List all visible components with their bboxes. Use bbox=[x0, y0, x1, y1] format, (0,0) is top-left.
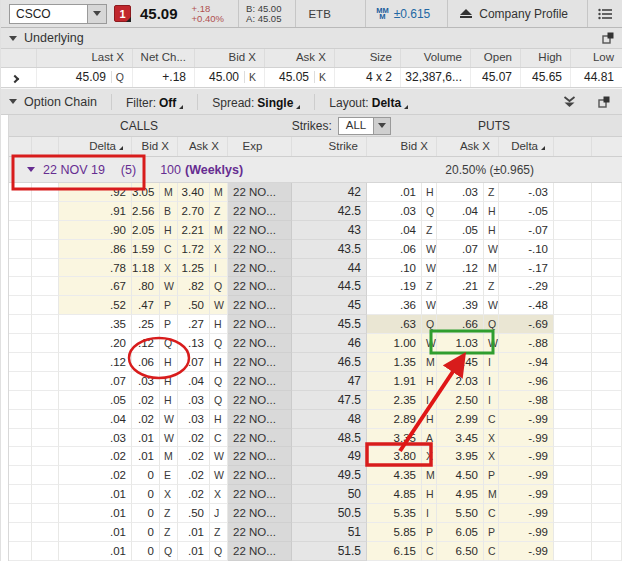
col-header-size[interactable]: Size bbox=[335, 49, 401, 67]
call-bid-cell[interactable]: .02 bbox=[132, 410, 160, 429]
put-ask-cell[interactable]: 6.05 bbox=[437, 523, 484, 542]
put-bid-cell[interactable]: 5.35 bbox=[367, 504, 422, 523]
call-bid-cell[interactable]: 1.59 bbox=[132, 240, 160, 259]
put-bid-cell[interactable]: 2.35 bbox=[367, 391, 422, 410]
put-bid-cell[interactable]: .03 bbox=[367, 202, 422, 221]
put-ask-cell[interactable]: .66 bbox=[437, 315, 484, 334]
call-ask-cell[interactable]: .04 bbox=[178, 372, 210, 391]
put-bid-cell[interactable]: .36 bbox=[367, 296, 422, 315]
put-ask-cell[interactable]: 2.50 bbox=[437, 391, 484, 410]
put-bid-cell[interactable]: 1.00 bbox=[367, 334, 422, 353]
put-delta-header[interactable]: Delta bbox=[499, 137, 554, 156]
put-bid-cell[interactable]: 6.15 bbox=[367, 542, 422, 561]
exp-header[interactable]: Exp bbox=[228, 137, 292, 156]
call-ask-cell[interactable]: .50 bbox=[178, 296, 210, 315]
link-badge[interactable]: 1 bbox=[114, 5, 131, 22]
col-header-high[interactable]: High bbox=[521, 49, 571, 67]
spread-menu[interactable]: Spread: Single bbox=[197, 94, 314, 110]
call-bid-cell[interactable]: .25 bbox=[132, 315, 160, 334]
filter-menu[interactable]: Filter: Off bbox=[111, 94, 197, 110]
popout-icon[interactable] bbox=[598, 96, 610, 108]
call-bid-cell[interactable]: .80 bbox=[132, 277, 160, 296]
col-header-netchg[interactable]: Net Ch... bbox=[133, 49, 195, 67]
call-bid-cell[interactable]: 1.18 bbox=[132, 259, 160, 278]
col-header-lastx[interactable]: Last X bbox=[37, 49, 133, 67]
call-bid-cell[interactable]: 0 bbox=[132, 485, 160, 504]
put-bid-cell[interactable]: 1.91 bbox=[367, 372, 422, 391]
call-ask-cell[interactable]: .01 bbox=[178, 542, 210, 561]
call-bid-cell[interactable]: 3.05 bbox=[132, 183, 160, 202]
call-ask-cell[interactable]: 2.21 bbox=[178, 221, 210, 240]
put-ask-cell[interactable]: .04 bbox=[437, 202, 484, 221]
expand-all-icon[interactable] bbox=[563, 96, 576, 108]
put-ask-cell[interactable]: 2.99 bbox=[437, 410, 484, 429]
call-ask-cell[interactable]: 2.70 bbox=[178, 202, 210, 221]
underlying-section-header[interactable]: Underlying bbox=[1, 28, 622, 49]
call-bid-cell[interactable]: 2.56 bbox=[132, 202, 160, 221]
col-header-low[interactable]: Low bbox=[571, 49, 622, 67]
put-ask-cell[interactable]: .07 bbox=[437, 240, 484, 259]
put-bid-cell[interactable]: 1.35 bbox=[367, 353, 422, 372]
put-bid-cell[interactable]: .04 bbox=[367, 221, 422, 240]
put-ask-cell[interactable]: 1.45 bbox=[437, 353, 484, 372]
menu-icon[interactable] bbox=[587, 0, 616, 27]
put-bid-cell[interactable]: 3.35 bbox=[367, 429, 422, 448]
call-bid-cell[interactable]: .03 bbox=[132, 372, 160, 391]
call-bid-cell[interactable]: 0 bbox=[132, 542, 160, 561]
call-ask-cell[interactable]: .02 bbox=[178, 485, 210, 504]
col-header-askx[interactable]: Ask X bbox=[265, 49, 335, 67]
put-ask-cell[interactable]: .39 bbox=[437, 296, 484, 315]
symbol-input[interactable] bbox=[9, 4, 87, 24]
call-ask-cell[interactable]: .02 bbox=[178, 466, 210, 485]
put-ask-cell[interactable]: .21 bbox=[437, 277, 484, 296]
put-bid-header[interactable]: Bid X bbox=[367, 137, 437, 156]
col-header-bidx[interactable]: Bid X bbox=[195, 49, 265, 67]
col-header-volume[interactable]: Volume bbox=[401, 49, 471, 67]
call-ask-cell[interactable]: 3.40 bbox=[178, 183, 210, 202]
call-bid-cell[interactable]: 0 bbox=[132, 504, 160, 523]
col-header-open[interactable]: Open bbox=[471, 49, 521, 67]
call-ask-cell[interactable]: .02 bbox=[178, 429, 210, 448]
call-ask-cell[interactable]: .13 bbox=[178, 334, 210, 353]
put-ask-cell[interactable]: 4.50 bbox=[437, 466, 484, 485]
put-bid-cell[interactable]: 2.89 bbox=[367, 410, 422, 429]
company-profile-button[interactable]: Company Profile bbox=[447, 0, 580, 27]
row-expander-chevron[interactable] bbox=[1, 68, 37, 87]
call-ask-cell[interactable]: .82 bbox=[178, 277, 210, 296]
put-bid-cell[interactable]: .06 bbox=[367, 240, 422, 259]
put-bid-cell[interactable]: .63 bbox=[367, 315, 422, 334]
call-bid-header[interactable]: Bid X bbox=[132, 137, 178, 156]
call-bid-cell[interactable]: .01 bbox=[132, 447, 160, 466]
put-ask-cell[interactable]: 4.95 bbox=[437, 485, 484, 504]
put-ask-cell[interactable]: 3.45 bbox=[437, 429, 484, 448]
symbol-dropdown-button[interactable] bbox=[87, 4, 107, 24]
call-ask-cell[interactable]: .27 bbox=[178, 315, 210, 334]
put-ask-cell[interactable]: 6.50 bbox=[437, 542, 484, 561]
put-bid-cell[interactable]: 3.80 bbox=[367, 447, 422, 466]
popout-icon[interactable] bbox=[602, 32, 614, 44]
call-delta-header[interactable]: Delta bbox=[59, 137, 132, 156]
call-bid-cell[interactable]: .02 bbox=[132, 391, 160, 410]
put-ask-cell[interactable]: .12 bbox=[437, 259, 484, 278]
put-bid-cell[interactable]: .19 bbox=[367, 277, 422, 296]
call-bid-cell[interactable]: 2.05 bbox=[132, 221, 160, 240]
put-ask-cell[interactable]: 2.03 bbox=[437, 372, 484, 391]
call-bid-cell[interactable]: .01 bbox=[132, 429, 160, 448]
put-bid-cell[interactable]: 4.35 bbox=[367, 466, 422, 485]
call-ask-cell[interactable]: .50 bbox=[178, 504, 210, 523]
option-chain-collapse[interactable]: Option Chain bbox=[9, 95, 111, 109]
put-ask-cell[interactable]: .05 bbox=[437, 221, 484, 240]
call-bid-cell[interactable]: .06 bbox=[132, 353, 160, 372]
call-ask-cell[interactable]: 1.72 bbox=[178, 240, 210, 259]
put-bid-cell[interactable]: 4.85 bbox=[367, 485, 422, 504]
strike-header[interactable]: Strike bbox=[292, 137, 367, 156]
expiration-group-row[interactable]: 22 NOV 19 (5) 100 (Weeklys) 20.50% (±0.9… bbox=[9, 157, 622, 183]
call-ask-cell[interactable]: .07 bbox=[178, 353, 210, 372]
call-ask-cell[interactable]: .01 bbox=[178, 523, 210, 542]
call-ask-cell[interactable]: .02 bbox=[178, 447, 210, 466]
call-ask-cell[interactable]: .03 bbox=[178, 391, 210, 410]
put-ask-cell[interactable]: 3.95 bbox=[437, 447, 484, 466]
call-ask-cell[interactable]: 1.25 bbox=[178, 259, 210, 278]
put-bid-cell[interactable]: 5.85 bbox=[367, 523, 422, 542]
call-bid-cell[interactable]: .12 bbox=[132, 334, 160, 353]
